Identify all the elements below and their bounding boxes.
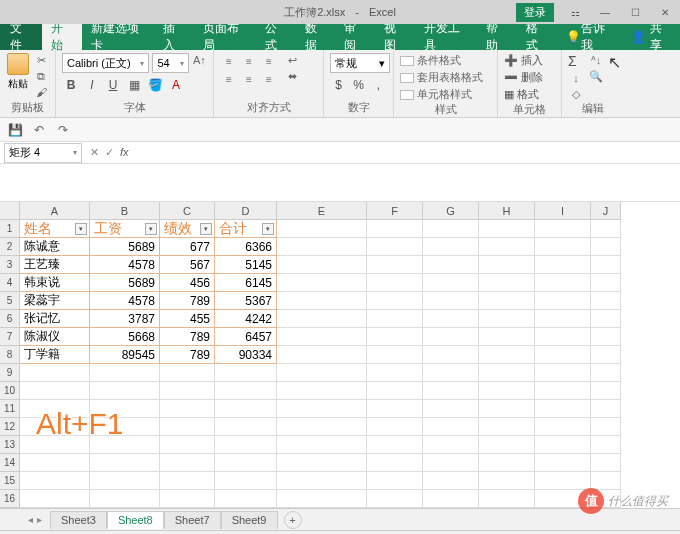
row-header[interactable]: 10 [0,382,20,400]
cell[interactable]: 6145 [215,274,277,292]
menu-tab-tellme[interactable]: 💡 告诉我 [557,24,621,50]
row-header[interactable]: 1 [0,220,20,238]
filter-dropdown-icon[interactable]: ▾ [145,223,157,235]
filter-dropdown-icon[interactable]: ▾ [200,223,212,235]
row-header[interactable]: 12 [0,418,20,436]
cell[interactable] [591,400,621,418]
cell[interactable] [90,454,160,472]
row-header[interactable]: 8 [0,346,20,364]
cell[interactable] [423,346,479,364]
cell[interactable] [90,490,160,508]
cell[interactable] [423,292,479,310]
row-header[interactable]: 3 [0,256,20,274]
cell[interactable] [20,490,90,508]
cell[interactable] [20,454,90,472]
select-all-corner[interactable] [0,202,20,220]
cell[interactable] [423,328,479,346]
cell[interactable] [479,436,535,454]
cell[interactable] [215,454,277,472]
cell[interactable]: 5668 [90,328,160,346]
find-select-icon[interactable]: 🔍 [588,69,604,83]
cell[interactable]: 677 [160,238,215,256]
percent-icon[interactable]: % [350,76,367,94]
autosum-icon[interactable]: Σ [568,53,584,69]
cell[interactable]: 梁蕊宇 [20,292,90,310]
format-as-table-button[interactable]: 套用表格格式 [400,70,491,85]
cell[interactable] [20,472,90,490]
cell[interactable] [479,256,535,274]
font-size-select[interactable]: 54▾ [152,53,188,73]
cell[interactable] [479,328,535,346]
cell[interactable]: 789 [160,346,215,364]
login-button[interactable]: 登录 [516,3,554,22]
menu-tab-help[interactable]: 帮助 [477,24,517,50]
tab-nav-first-icon[interactable]: ◂ [28,514,33,525]
cell[interactable] [277,418,367,436]
cell[interactable] [591,256,621,274]
cell[interactable] [535,292,591,310]
filter-dropdown-icon[interactable]: ▾ [262,223,274,235]
cell[interactable]: 4578 [90,256,160,274]
cell[interactable] [535,454,591,472]
cell[interactable] [479,292,535,310]
cell[interactable] [423,310,479,328]
cell[interactable] [535,346,591,364]
cell[interactable] [479,490,535,508]
conditional-format-button[interactable]: 条件格式 [400,53,491,68]
cell[interactable] [479,472,535,490]
cut-icon[interactable]: ✂ [33,53,49,67]
cell[interactable] [535,274,591,292]
cell[interactable] [591,418,621,436]
merge-center-icon[interactable]: ⬌ [284,69,300,83]
cell[interactable] [535,436,591,454]
maximize-icon[interactable]: ☐ [620,0,650,24]
cell[interactable] [160,382,215,400]
cell[interactable] [277,220,367,238]
cell[interactable] [367,472,423,490]
cell[interactable] [90,400,160,418]
sheet-tab[interactable]: Sheet3 [50,511,107,529]
cell[interactable] [423,436,479,454]
cell[interactable] [591,382,621,400]
minimize-icon[interactable]: ― [590,0,620,24]
col-header[interactable]: D [215,202,277,220]
cell[interactable]: 姓名▾ [20,220,90,238]
cell[interactable] [591,346,621,364]
cell[interactable] [479,310,535,328]
share-button[interactable]: 👤 共享 [621,20,680,54]
window-settings-icon[interactable]: ⚏ [560,0,590,24]
menu-tab-home[interactable]: 开始 [42,24,82,50]
cell[interactable] [367,382,423,400]
cell[interactable] [591,292,621,310]
cell[interactable] [423,472,479,490]
menu-tab-pagelayout[interactable]: 页面布局 [194,24,256,50]
cell[interactable] [367,400,423,418]
cell[interactable] [591,274,621,292]
cell[interactable] [479,418,535,436]
cell[interactable] [479,454,535,472]
cell[interactable] [367,490,423,508]
cell[interactable] [367,346,423,364]
cell[interactable] [160,472,215,490]
cell[interactable] [591,436,621,454]
undo-icon[interactable]: ↶ [30,121,48,139]
cell[interactable] [215,418,277,436]
format-cells-button[interactable]: ▦格式 [504,87,555,102]
cell[interactable] [215,382,277,400]
row-header[interactable]: 6 [0,310,20,328]
row-header[interactable]: 13 [0,436,20,454]
cell[interactable] [367,328,423,346]
cell[interactable]: 567 [160,256,215,274]
close-icon[interactable]: ✕ [650,0,680,24]
menu-tab-newtab[interactable]: 新建选项卡 [82,24,155,50]
row-header[interactable]: 2 [0,238,20,256]
cell[interactable] [367,436,423,454]
col-header[interactable]: J [591,202,621,220]
cell[interactable]: 89545 [90,346,160,364]
add-sheet-button[interactable]: + [284,511,302,529]
col-header[interactable]: B [90,202,160,220]
sort-filter-icon[interactable]: ᴬ↓ [588,53,604,67]
cell[interactable]: 绩效▾ [160,220,215,238]
cell[interactable]: 陈淑仪 [20,328,90,346]
cell[interactable]: 5689 [90,238,160,256]
